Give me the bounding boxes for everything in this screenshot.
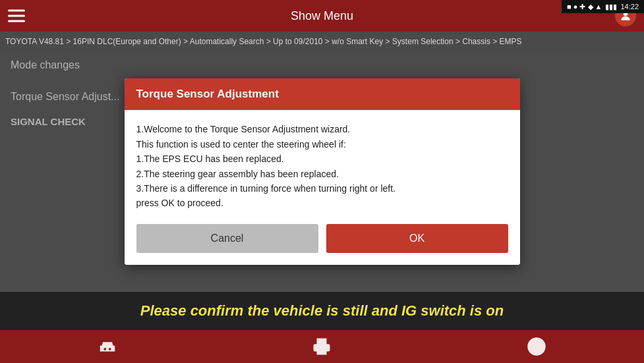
main-content: Mode changes Torque Sensor Adjust... SIG… xyxy=(0,51,644,292)
dialog-message: 1.Welcome to the Torque Sensor Adjustmen… xyxy=(136,122,508,210)
bottom-toolbar xyxy=(0,330,644,363)
dialog-header: Torque Sensor Adjustment xyxy=(125,78,520,110)
dialog-buttons: Cancel OK xyxy=(125,217,520,265)
notification-text: Please confirm the vehicle is still and … xyxy=(140,302,504,320)
dialog-body: 1.Welcome to the Torque Sensor Adjustmen… xyxy=(125,110,520,217)
status-icons: ■ ● ✚ ◆ ▲ xyxy=(567,3,602,11)
cancel-button[interactable]: Cancel xyxy=(136,224,318,253)
app-title: Show Menu xyxy=(291,9,353,23)
hamburger-line-3 xyxy=(8,20,25,22)
time-display: 14:22 xyxy=(620,3,639,11)
dialog: Torque Sensor Adjustment 1.Welcome to th… xyxy=(125,78,520,264)
top-bar: Show Menu xyxy=(0,0,644,32)
print-button[interactable] xyxy=(312,337,332,356)
hamburger-line-2 xyxy=(8,15,25,17)
dialog-title: Torque Sensor Adjustment xyxy=(136,88,279,100)
ok-button[interactable]: OK xyxy=(326,224,508,253)
car-button[interactable] xyxy=(98,337,117,356)
menu-button[interactable] xyxy=(8,10,25,22)
battery-icon: ▮▮▮ xyxy=(605,3,617,11)
system-status-bar: ■ ● ✚ ◆ ▲ ▮▮▮ 14:22 xyxy=(562,0,644,13)
hamburger-line-1 xyxy=(8,10,25,12)
info-button[interactable] xyxy=(527,337,546,356)
breadcrumb-bar: TOYOTA V48.81 > 16PIN DLC(Europe and Oth… xyxy=(0,32,644,51)
breadcrumb-text: TOYOTA V48.81 > 16PIN DLC(Europe and Oth… xyxy=(5,37,522,46)
notification-bar: Please confirm the vehicle is still and … xyxy=(0,292,644,330)
dialog-overlay: Torque Sensor Adjustment 1.Welcome to th… xyxy=(0,51,644,292)
